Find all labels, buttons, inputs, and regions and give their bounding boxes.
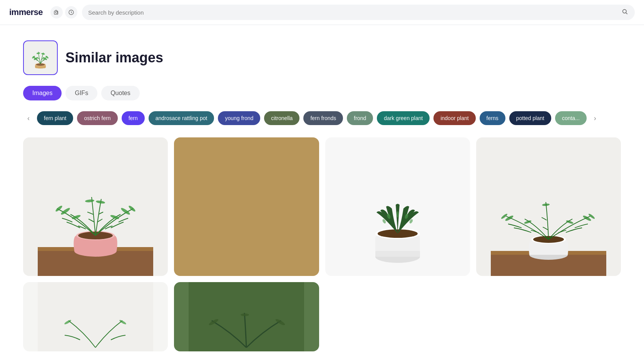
tag-conta[interactable]: conta... bbox=[555, 111, 587, 125]
svg-point-12 bbox=[37, 52, 40, 54]
tag-young-frond[interactable]: young frond bbox=[218, 111, 260, 125]
search-icon-group bbox=[50, 6, 77, 18]
svg-point-57 bbox=[241, 314, 249, 316]
svg-point-13 bbox=[41, 53, 45, 55]
svg-rect-30 bbox=[375, 251, 420, 257]
image-card-6[interactable] bbox=[174, 282, 319, 351]
image-card-3[interactable] bbox=[325, 137, 470, 276]
svg-point-0 bbox=[55, 11, 57, 13]
tag-frond[interactable]: frond bbox=[347, 111, 373, 125]
tags-wrapper: ‹ fern plant ostrich fern fern androsace… bbox=[23, 111, 621, 125]
svg-point-23 bbox=[85, 199, 95, 202]
tag-fern[interactable]: fern bbox=[122, 111, 145, 125]
tags-scroll: fern plant ostrich fern fern androsace r… bbox=[37, 111, 587, 125]
search-submit-button[interactable] bbox=[621, 8, 629, 17]
tags-next-button[interactable]: › bbox=[590, 113, 601, 124]
tags-prev-button[interactable]: ‹ bbox=[23, 113, 34, 124]
tag-dark-green-plant[interactable]: dark green plant bbox=[377, 111, 430, 125]
header: immerse bbox=[0, 0, 644, 25]
svg-rect-51 bbox=[38, 282, 153, 351]
search-input[interactable] bbox=[88, 9, 618, 16]
svg-point-21 bbox=[120, 207, 131, 216]
query-section: Similar images bbox=[23, 40, 621, 75]
tabs-section: Images GIFs Quotes bbox=[23, 86, 621, 100]
image-card-2[interactable] bbox=[174, 137, 319, 276]
magic-icon[interactable] bbox=[65, 6, 77, 18]
svg-line-3 bbox=[626, 13, 627, 14]
image-grid bbox=[23, 137, 621, 351]
svg-point-37 bbox=[396, 211, 399, 217]
main-content: Similar images Images GIFs Quotes ‹ fern… bbox=[0, 25, 644, 356]
svg-point-25 bbox=[72, 214, 81, 220]
tag-fern-fronds[interactable]: fern fronds bbox=[303, 111, 343, 125]
logo: immerse bbox=[9, 7, 43, 17]
svg-rect-27 bbox=[189, 137, 304, 276]
tag-citronella[interactable]: citronella bbox=[264, 111, 299, 125]
svg-point-26 bbox=[110, 214, 120, 220]
search-bar[interactable] bbox=[82, 5, 635, 20]
image-card-4[interactable] bbox=[476, 137, 621, 276]
tag-ostrich-fern[interactable]: ostrich fern bbox=[77, 111, 117, 125]
query-image bbox=[23, 40, 58, 75]
svg-point-7 bbox=[36, 64, 45, 66]
tab-quotes[interactable]: Quotes bbox=[101, 86, 140, 100]
tab-images[interactable]: Images bbox=[23, 86, 62, 100]
tag-potted-plant[interactable]: potted plant bbox=[509, 111, 551, 125]
image-card-1[interactable] bbox=[23, 137, 168, 276]
camera-icon[interactable] bbox=[50, 6, 63, 18]
tag-indoor-plant[interactable]: indoor plant bbox=[433, 111, 475, 125]
tab-gifs[interactable]: GIFs bbox=[65, 86, 97, 100]
page-title: Similar images bbox=[65, 50, 163, 66]
tag-ferns[interactable]: ferns bbox=[480, 111, 505, 125]
image-card-5[interactable] bbox=[23, 282, 168, 351]
tag-androsace[interactable]: androsace rattling pot bbox=[149, 111, 214, 125]
tag-fern-plant[interactable]: fern plant bbox=[37, 111, 73, 125]
svg-point-2 bbox=[623, 10, 626, 13]
